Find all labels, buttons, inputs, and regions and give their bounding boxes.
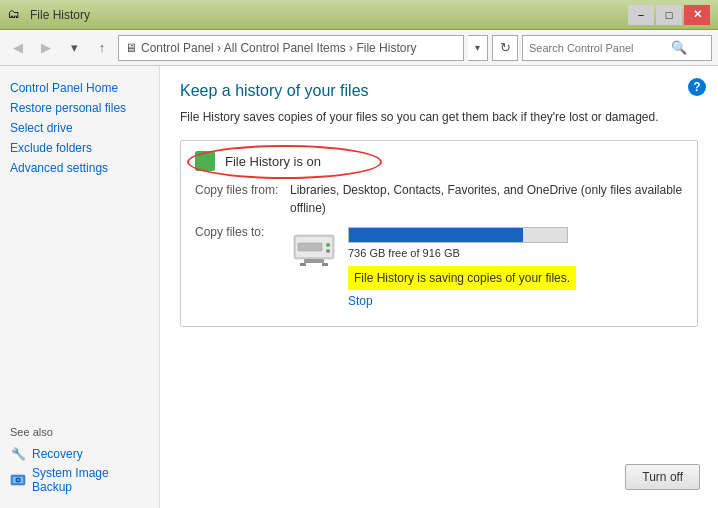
copy-from-label: Copy files from: <box>195 181 290 217</box>
main-container: Control Panel Home Restore personal file… <box>0 66 718 508</box>
svg-rect-11 <box>322 263 328 266</box>
search-input[interactable] <box>529 42 669 54</box>
app-icon: 🗂 <box>8 7 24 23</box>
sidebar-see-also: See also 🔧 Recovery System Image Backup <box>10 416 149 496</box>
svg-point-7 <box>326 243 330 247</box>
page-title: Keep a history of your files <box>180 82 698 100</box>
copy-to-row: Copy files to: <box>195 223 683 310</box>
title-bar: 🗂 File History − □ ✕ <box>0 0 718 30</box>
see-also-label: See also <box>10 426 149 438</box>
svg-rect-9 <box>304 259 324 263</box>
description-text: File History saves copies of your files … <box>180 108 698 126</box>
backup-icon <box>10 472 26 488</box>
content-area: ? Keep a history of your files File Hist… <box>160 66 718 508</box>
sidebar-item-exclude-folders[interactable]: Exclude folders <box>10 138 149 158</box>
status-text: File History is on <box>225 154 321 169</box>
sidebar-item-restore-personal-files[interactable]: Restore personal files <box>10 98 149 118</box>
drive-bar <box>348 227 568 243</box>
forward-button[interactable]: ▶ <box>34 36 58 60</box>
saving-notice: File History is saving copies of your fi… <box>348 266 576 290</box>
sidebar-item-recovery[interactable]: 🔧 Recovery <box>10 444 149 464</box>
refresh-button[interactable]: ↻ <box>492 35 518 61</box>
status-box: File History is on Copy files from: Libr… <box>180 140 698 327</box>
sidebar-item-system-image-backup[interactable]: System Image Backup <box>10 464 149 496</box>
turn-off-button[interactable]: Turn off <box>625 464 700 490</box>
svg-point-8 <box>326 249 330 253</box>
recovery-icon: 🔧 <box>10 446 26 462</box>
drive-section: 736 GB free of 916 GB File History is sa… <box>290 227 576 310</box>
drive-icon <box>290 227 338 267</box>
sidebar-item-control-panel-home[interactable]: Control Panel Home <box>10 78 149 98</box>
svg-rect-10 <box>300 263 306 266</box>
status-indicator <box>195 151 215 171</box>
breadcrumb-path: Control Panel › All Control Panel Items … <box>141 41 416 55</box>
drive-free-label: 736 GB free of 916 GB <box>348 245 576 262</box>
title-bar-left: 🗂 File History <box>8 7 90 23</box>
recent-locations-button[interactable]: ▾ <box>62 36 86 60</box>
copy-from-row: Copy files from: Libraries, Desktop, Con… <box>195 181 683 217</box>
copy-from-value: Libraries, Desktop, Contacts, Favorites,… <box>290 181 683 217</box>
status-header: File History is on <box>195 151 683 171</box>
copy-to-label: Copy files to: <box>195 223 290 310</box>
drive-info: 736 GB free of 916 GB File History is sa… <box>348 227 576 310</box>
window-controls: − □ ✕ <box>628 5 710 25</box>
back-button[interactable]: ◀ <box>6 36 30 60</box>
recovery-label: Recovery <box>32 447 83 461</box>
sidebar-item-select-drive[interactable]: Select drive <box>10 118 149 138</box>
svg-rect-6 <box>298 243 322 251</box>
stop-link[interactable]: Stop <box>348 292 576 310</box>
close-button[interactable]: ✕ <box>684 5 710 25</box>
svg-point-3 <box>17 479 19 481</box>
up-button[interactable]: ↑ <box>90 36 114 60</box>
minimize-button[interactable]: − <box>628 5 654 25</box>
help-button[interactable]: ? <box>688 78 706 96</box>
search-icon[interactable]: 🔍 <box>669 38 689 58</box>
sidebar: Control Panel Home Restore personal file… <box>0 66 160 508</box>
drive-bar-fill <box>349 228 523 242</box>
address-bar: ◀ ▶ ▾ ↑ 🖥 Control Panel › All Control Pa… <box>0 30 718 66</box>
sidebar-item-advanced-settings[interactable]: Advanced settings <box>10 158 149 178</box>
breadcrumb-icon: 🖥 <box>125 41 137 55</box>
window-title: File History <box>30 8 90 22</box>
address-dropdown-button[interactable]: ▾ <box>468 35 488 61</box>
address-box[interactable]: 🖥 Control Panel › All Control Panel Item… <box>118 35 464 61</box>
maximize-button[interactable]: □ <box>656 5 682 25</box>
search-box[interactable]: 🔍 <box>522 35 712 61</box>
system-image-backup-label: System Image Backup <box>32 466 149 494</box>
